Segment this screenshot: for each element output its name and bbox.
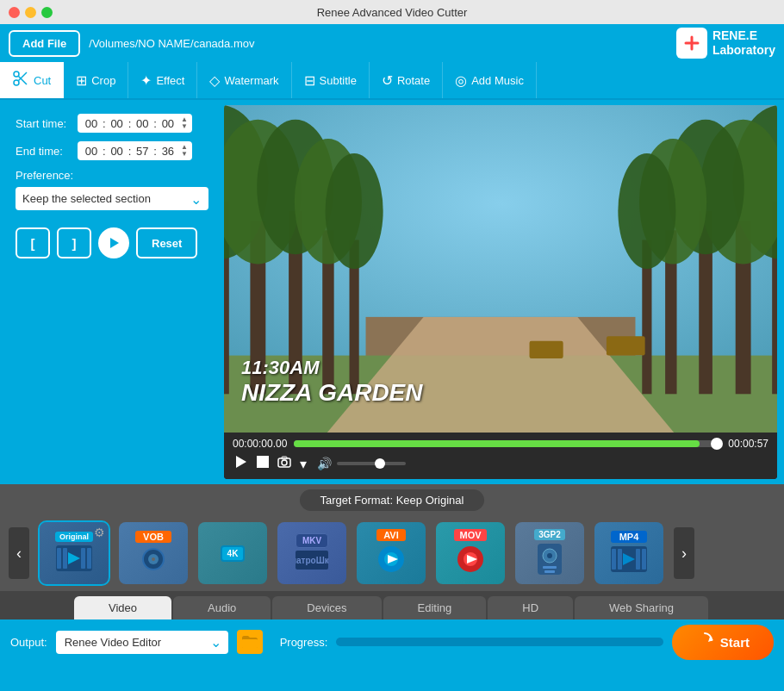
- add-file-button[interactable]: Add File: [9, 30, 80, 57]
- svg-rect-64: [618, 549, 622, 570]
- svg-rect-61: [544, 570, 555, 573]
- start-time-spinner[interactable]: ▲ ▼: [181, 116, 188, 130]
- start-second[interactable]: 00: [133, 117, 152, 130]
- toolbar-item-rotate[interactable]: ↺ Rotate: [370, 62, 443, 98]
- end-time-row: End time: 00 : 00 : 57 : 36 ▲ ▼: [16, 141, 208, 160]
- watermark-icon: ◇: [209, 72, 220, 89]
- format-item-mov[interactable]: MOV: [436, 522, 505, 584]
- reset-button[interactable]: Reset: [136, 227, 197, 258]
- format-icon-mkv[interactable]: MKV матроШка: [277, 522, 346, 584]
- logo-area: RENE.E Laboratory: [676, 28, 775, 59]
- toolbar-crop-label: Crop: [91, 74, 115, 87]
- start-time-input[interactable]: 00 : 00 : 00 : 00 ▲ ▼: [78, 114, 192, 133]
- tab-web-sharing[interactable]: Web Sharing: [575, 596, 708, 619]
- format-item-mp4[interactable]: MP4: [594, 522, 663, 584]
- format-icon-vob[interactable]: VOB: [119, 522, 188, 584]
- scroll-right-button[interactable]: ›: [674, 527, 694, 579]
- play-button[interactable]: [233, 453, 250, 474]
- format-icon-mov[interactable]: MOV: [436, 522, 505, 584]
- screenshot-button[interactable]: [276, 454, 293, 473]
- format-item-mp4-4k[interactable]: 4K: [198, 522, 267, 584]
- toolbar: Cut ⊞ Crop ✦ Effect ◇ Watermark ⊟ Subtit…: [0, 62, 784, 100]
- end-ms[interactable]: 36: [159, 145, 177, 158]
- output-select[interactable]: Renee Video Editor: [56, 631, 228, 654]
- start-time-row: Start time: 00 : 00 : 00 : 00 ▲ ▼: [16, 114, 208, 133]
- format-item-3gp2[interactable]: 3GP2: [515, 522, 584, 584]
- minimize-button[interactable]: [25, 7, 36, 18]
- toolbar-item-cut[interactable]: Cut: [0, 62, 64, 98]
- video-preview: 11:30AM NIZZA GARDEN 00:00:00.00 00:00:5…: [224, 105, 777, 479]
- window-controls[interactable]: [9, 7, 53, 18]
- svg-point-30: [618, 153, 675, 269]
- format-icon-original[interactable]: ⚙ Original: [40, 522, 109, 584]
- format-area: ‹ ⚙ Original: [0, 515, 784, 591]
- set-end-button[interactable]: ]: [57, 227, 91, 258]
- start-button[interactable]: Start: [672, 625, 774, 660]
- start-hour[interactable]: 00: [82, 117, 101, 130]
- end-time-spinner[interactable]: ▲ ▼: [181, 144, 188, 158]
- format-item-original[interactable]: ⚙ Original: [40, 522, 109, 584]
- preference-select[interactable]: Keep the selected section Remove the sel…: [16, 187, 208, 210]
- format-scroll: ‹ ⚙ Original: [26, 522, 758, 584]
- tab-hd[interactable]: HD: [488, 596, 573, 619]
- format-item-mkv[interactable]: MKV матроШка: [277, 522, 346, 584]
- tab-audio[interactable]: Audio: [173, 596, 271, 619]
- svg-rect-65: [636, 549, 640, 570]
- start-ms[interactable]: 00: [159, 117, 177, 130]
- svg-rect-42: [81, 548, 85, 569]
- preview-play-button[interactable]: [98, 227, 129, 258]
- format-icon-3gp2[interactable]: 3GP2: [515, 522, 584, 584]
- video-location-text: NIZZA GARDEN: [241, 379, 423, 407]
- control-buttons: ▾ 🔊: [233, 453, 768, 474]
- folder-button[interactable]: [237, 630, 263, 654]
- format-icon-mp4[interactable]: MP4: [594, 522, 663, 584]
- close-button[interactable]: [9, 7, 20, 18]
- toolbar-music-label: Add Music: [471, 74, 524, 87]
- more-button[interactable]: ▾: [298, 454, 308, 474]
- volume-track[interactable]: [337, 462, 406, 465]
- set-start-button[interactable]: [: [16, 227, 50, 258]
- format-tabs: Video Audio Devices Editing HD Web Shari…: [0, 591, 784, 619]
- toolbar-item-add-music[interactable]: ◎ Add Music: [443, 62, 537, 98]
- preference-select-wrap[interactable]: Keep the selected section Remove the sel…: [16, 187, 208, 210]
- end-second[interactable]: 57: [133, 145, 152, 158]
- end-time-label: End time:: [16, 145, 78, 158]
- tab-video[interactable]: Video: [74, 596, 171, 619]
- window-title: Renee Advanced Video Cutter: [317, 6, 468, 19]
- target-format-label: Target Format: Keep Original: [300, 489, 485, 511]
- end-time-input[interactable]: 00 : 00 : 57 : 36 ▲ ▼: [78, 141, 192, 160]
- end-hour[interactable]: 00: [82, 145, 101, 158]
- start-minute[interactable]: 00: [108, 117, 127, 130]
- gear-icon[interactable]: ⚙: [94, 526, 105, 539]
- start-label: Start: [720, 635, 750, 650]
- svg-marker-34: [236, 456, 246, 468]
- toolbar-item-crop[interactable]: ⊞ Crop: [64, 62, 128, 98]
- effect-icon: ✦: [140, 72, 152, 89]
- format-item-vob[interactable]: VOB: [119, 522, 188, 584]
- scroll-left-button[interactable]: ‹: [9, 527, 29, 579]
- svg-rect-33: [530, 341, 563, 358]
- toolbar-item-effect[interactable]: ✦ Effect: [128, 62, 197, 98]
- toolbar-item-watermark[interactable]: ◇ Watermark: [197, 62, 291, 98]
- video-overlay: 11:30AM NIZZA GARDEN: [241, 357, 423, 407]
- stop-button[interactable]: [255, 454, 271, 473]
- tab-devices[interactable]: Devices: [272, 596, 381, 619]
- output-select-wrap[interactable]: Renee Video Editor: [56, 631, 228, 654]
- toolbar-cut-label: Cut: [34, 74, 51, 87]
- rotate-icon: ↺: [382, 72, 393, 89]
- toolbar-item-subtitle[interactable]: ⊟ Subtitle: [292, 62, 370, 98]
- current-time: 00:00:00.00: [233, 438, 287, 450]
- end-minute[interactable]: 00: [108, 145, 127, 158]
- progress-bar[interactable]: [294, 440, 721, 447]
- progress-row: 00:00:00.00 00:00:57: [233, 438, 768, 450]
- crop-icon: ⊞: [76, 72, 87, 89]
- logo-text: RENE.E Laboratory: [712, 28, 775, 58]
- svg-rect-60: [543, 566, 557, 569]
- tab-editing[interactable]: Editing: [383, 596, 487, 619]
- bottom-bar: Output: Renee Video Editor Progress: Sta…: [0, 619, 784, 664]
- format-icon-avi[interactable]: AVI: [357, 522, 426, 584]
- maximize-button[interactable]: [41, 7, 53, 18]
- volume-thumb: [375, 458, 385, 469]
- format-item-avi[interactable]: AVI: [357, 522, 426, 584]
- format-icon-mp4-4k[interactable]: 4K: [198, 522, 267, 584]
